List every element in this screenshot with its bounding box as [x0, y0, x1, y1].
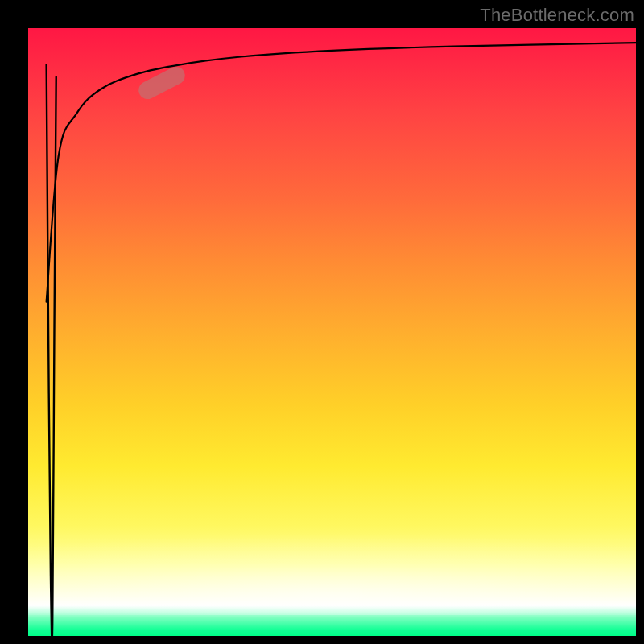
- curve-layer: [28, 28, 636, 636]
- curve-spike: [47, 64, 56, 636]
- plot-area: [28, 28, 636, 636]
- watermark-text: TheBottleneck.com: [480, 5, 634, 26]
- curve-log-top: [47, 43, 636, 302]
